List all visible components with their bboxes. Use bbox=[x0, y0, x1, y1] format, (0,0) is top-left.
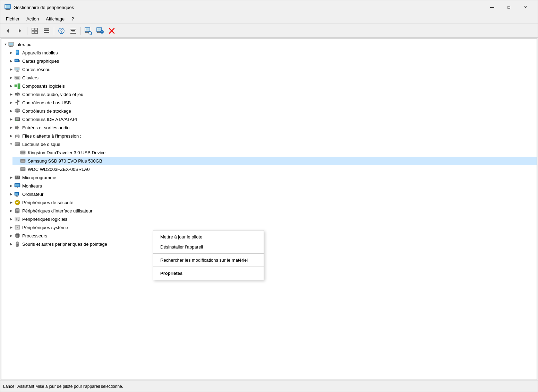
add-button[interactable] bbox=[94, 26, 105, 36]
menu-action[interactable]: Action bbox=[23, 15, 42, 23]
monitors-icon bbox=[14, 182, 21, 189]
list-button[interactable] bbox=[41, 26, 52, 36]
menu-bar: Fichier Action Affichage ? bbox=[0, 14, 538, 24]
overview-button[interactable] bbox=[29, 26, 40, 36]
tree-item-audio-ctrl[interactable]: ▶ Contrôleurs audio, vidéo et jeu bbox=[7, 90, 537, 98]
usb-expand-icon: ▶ bbox=[8, 100, 14, 105]
tree-item-usb[interactable]: ▶ Contrôleurs de bus USB bbox=[7, 98, 537, 107]
tree-item-keyboards[interactable]: ▶ Claviers bbox=[7, 73, 537, 82]
status-bar: Lance l'Assistant Mise à jour de pilote … bbox=[0, 381, 538, 392]
back-button[interactable] bbox=[2, 26, 14, 36]
samsung-expand-icon bbox=[14, 158, 19, 164]
svg-rect-71 bbox=[16, 120, 17, 121]
expand-icon bbox=[70, 27, 77, 34]
svg-rect-95 bbox=[16, 177, 17, 178]
tree-item-monitors[interactable]: ▶ Moniteurs bbox=[7, 182, 537, 190]
back-icon bbox=[5, 28, 11, 34]
menu-fichier[interactable]: Fichier bbox=[2, 15, 23, 23]
list-icon bbox=[43, 27, 50, 34]
storage-label: Contrôleurs de stockage bbox=[22, 108, 71, 114]
title-bar-controls: — □ ✕ bbox=[484, 2, 533, 12]
hid-icon bbox=[14, 207, 21, 214]
tree-item-network[interactable]: ▶ Cartes réseau bbox=[7, 65, 537, 73]
tree-item-firmware[interactable]: ▶ Microprogramme bbox=[7, 173, 537, 182]
kingston-label: Kingston DataTraveler 3.0 USB Device bbox=[28, 150, 105, 155]
tree-item-security[interactable]: ▶ Périphériques de sécurité bbox=[7, 198, 537, 207]
print-queue-label: Files d'attente à l'impression : bbox=[22, 133, 81, 139]
svg-rect-2 bbox=[7, 9, 9, 9]
svg-rect-11 bbox=[44, 30, 49, 31]
menu-aide[interactable]: ? bbox=[68, 15, 77, 23]
wdc-icon bbox=[19, 166, 26, 173]
tree-item-mice[interactable]: ▶ Souris et autres périphériques de poin… bbox=[7, 240, 537, 248]
svg-point-40 bbox=[17, 54, 18, 54]
minimize-button[interactable]: — bbox=[484, 2, 500, 12]
tree-item-graphics[interactable]: ▶ Cartes graphiques bbox=[7, 57, 537, 65]
system-dev-label: Périphériques système bbox=[22, 225, 68, 230]
svg-rect-39 bbox=[16, 51, 18, 53]
components-label: Composants logiciels bbox=[22, 84, 65, 89]
processors-icon bbox=[14, 232, 21, 239]
tree-item-wdc[interactable]: WDC WD2003FZEX-00SRLA0 bbox=[12, 165, 537, 173]
components-expand-icon: ▶ bbox=[8, 83, 14, 89]
tree-item-processors[interactable]: ▶ bbox=[7, 232, 537, 240]
scan-button[interactable] bbox=[83, 26, 94, 36]
main-content: ▼ alex-pc ▶ bbox=[0, 38, 538, 381]
context-menu-uninstall[interactable]: Désinstaller l'appareil bbox=[153, 242, 264, 252]
svg-rect-53 bbox=[16, 78, 19, 79]
context-menu-properties[interactable]: Propriétés bbox=[153, 268, 264, 278]
context-menu-scan[interactable]: Rechercher les modifications sur le maté… bbox=[153, 255, 264, 265]
forward-icon bbox=[17, 28, 23, 34]
tree-item-disk-drives[interactable]: ▼ Lecteurs de disque bbox=[7, 140, 537, 148]
device-tree[interactable]: ▼ alex-pc ▶ bbox=[1, 38, 537, 380]
forward-button[interactable] bbox=[14, 26, 25, 36]
svg-rect-74 bbox=[16, 134, 19, 136]
tree-item-ide[interactable]: ▶ Contrôleurs IDE ATA/ATAPI bbox=[7, 115, 537, 123]
tree-item-software-dev[interactable]: ▶ Périphériques logiciels bbox=[7, 215, 537, 223]
svg-rect-101 bbox=[16, 188, 19, 188]
disk-drives-label: Lecteurs de disque bbox=[22, 142, 60, 147]
tree-item-storage[interactable]: ▶ Contrôleurs de stockage bbox=[7, 107, 537, 115]
tree-item-hid[interactable]: ▶ Périphériques d'interface utilisateur bbox=[7, 207, 537, 215]
svg-point-23 bbox=[89, 32, 92, 34]
help-button[interactable]: ? bbox=[56, 26, 67, 36]
svg-text:?: ? bbox=[60, 29, 62, 34]
tree-item-computer[interactable]: ▶ Ordinateur bbox=[7, 190, 537, 198]
disk-drives-expand-icon: ▼ bbox=[8, 141, 14, 147]
close-button[interactable]: ✕ bbox=[518, 2, 533, 12]
firmware-expand-icon: ▶ bbox=[8, 175, 14, 180]
audio-io-expand-icon: ▶ bbox=[8, 125, 14, 130]
tree-item-components[interactable]: ▶ Composants logiciels bbox=[7, 82, 537, 90]
svg-rect-3 bbox=[6, 9, 10, 10]
print-queue-expand-icon: ▶ bbox=[8, 133, 14, 139]
network-icon bbox=[14, 66, 21, 73]
svg-rect-55 bbox=[18, 84, 20, 86]
context-menu-update-driver[interactable]: Mettre à jour le pilote bbox=[153, 232, 264, 242]
expand-button[interactable] bbox=[68, 26, 79, 36]
tree-item-system-dev[interactable]: ▶ Périphériques système bbox=[7, 223, 537, 232]
processors-label: Processeurs bbox=[22, 233, 47, 238]
tree-item-samsung[interactable]: Samsung SSD 970 EVO Plus 500GB bbox=[12, 157, 537, 165]
hid-label: Périphériques d'interface utilisateur bbox=[22, 208, 93, 214]
svg-rect-27 bbox=[98, 32, 100, 32]
tree-item-print-queue[interactable]: ▶ Files d'attente à l'impression : bbox=[7, 132, 537, 140]
svg-rect-70 bbox=[16, 119, 19, 120]
svg-rect-104 bbox=[16, 195, 17, 196]
svg-point-115 bbox=[17, 227, 18, 228]
tree-item-kingston[interactable]: Kingston DataTraveler 3.0 USB Device bbox=[12, 148, 537, 157]
tree-root[interactable]: ▼ alex-pc bbox=[1, 40, 537, 49]
menu-affichage[interactable]: Affichage bbox=[42, 15, 68, 23]
software-dev-expand-icon: ▶ bbox=[8, 216, 14, 222]
audio-ctrl-expand-icon: ▶ bbox=[8, 92, 14, 97]
hid-expand-icon: ▶ bbox=[8, 208, 14, 214]
tree-item-mobile[interactable]: ▶ Appareils mobiles bbox=[7, 49, 537, 57]
toolbar-sep-2 bbox=[54, 27, 54, 35]
ide-label: Contrôleurs IDE ATA/ATAPI bbox=[22, 117, 77, 122]
usb-icon bbox=[14, 99, 21, 106]
maximize-button[interactable]: □ bbox=[501, 2, 517, 12]
svg-rect-50 bbox=[16, 77, 17, 78]
remove-button[interactable] bbox=[106, 26, 117, 36]
wdc-label: WDC WD2003FZEX-00SRLA0 bbox=[28, 167, 89, 172]
storage-expand-icon: ▶ bbox=[8, 108, 14, 114]
tree-item-audio-io[interactable]: ▶ Entrées et sorties audio bbox=[7, 123, 537, 132]
